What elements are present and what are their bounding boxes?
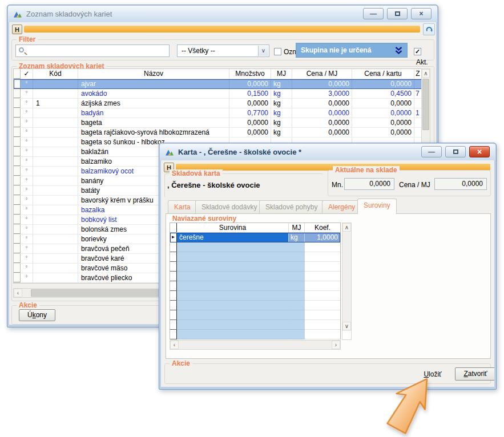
minimize-button[interactable]: — bbox=[421, 146, 442, 157]
refresh-button[interactable] bbox=[423, 23, 435, 35]
col-nazov[interactable]: Názov bbox=[78, 69, 229, 79]
suroviny-group-label: Naviazané suroviny bbox=[170, 215, 239, 222]
minimize-button[interactable]: — bbox=[363, 8, 384, 19]
scroll-up-button[interactable]: ∧ bbox=[342, 223, 351, 232]
table-cell: kg bbox=[271, 99, 292, 108]
col-mnozstvo[interactable]: Množstvo bbox=[229, 69, 271, 79]
table-cell: 0,0000 bbox=[352, 108, 414, 118]
accent-bar bbox=[24, 26, 420, 33]
maximize-button[interactable] bbox=[387, 8, 408, 19]
table-cell bbox=[33, 79, 78, 88]
ukony-label-pre: Ú bbox=[27, 311, 33, 319]
subtable-cell bbox=[170, 262, 177, 272]
tab-suroviny[interactable]: Suroviny bbox=[357, 199, 397, 214]
table-cell bbox=[14, 99, 21, 108]
scroll-down-button[interactable]: ∨ bbox=[342, 322, 351, 330]
subtable-cell bbox=[289, 310, 305, 320]
table-cell: 0,0000 bbox=[229, 79, 271, 88]
close-button[interactable]: × bbox=[469, 146, 490, 157]
col-mj[interactable]: MJ bbox=[271, 69, 292, 79]
scroll-right-button[interactable]: › bbox=[332, 341, 340, 349]
vscroll-thumb[interactable] bbox=[422, 79, 429, 130]
subtable-cell bbox=[170, 252, 177, 262]
table-cell bbox=[14, 234, 21, 244]
subtable-cell bbox=[170, 242, 177, 252]
table-row[interactable]: °1ázijská zmes0,0000kg0,00000,0000 bbox=[14, 99, 430, 108]
subtable-cell bbox=[170, 301, 177, 310]
subtable-cell: 1,0000 bbox=[305, 233, 340, 242]
tab-skladove-dodavky[interactable]: Skladové dodávky bbox=[195, 200, 263, 214]
table-cell: 0,0000 bbox=[229, 128, 271, 137]
table-cell: 0,0000 bbox=[352, 118, 414, 127]
scroll-left-button[interactable]: ‹ bbox=[14, 289, 22, 297]
table-cell bbox=[14, 118, 21, 127]
subtable-cell bbox=[305, 291, 340, 301]
col-check[interactable]: ✓ bbox=[21, 69, 33, 79]
ukony-label-post: ony bbox=[36, 311, 47, 319]
subtable-empty-row bbox=[170, 281, 340, 291]
group-filter-field[interactable]: Skupina nie je určená bbox=[296, 43, 408, 58]
table-cell: ° bbox=[21, 215, 33, 224]
subtable-cell bbox=[170, 281, 177, 291]
cena-mj-input[interactable]: 0,0000 bbox=[434, 178, 487, 190]
tab-alergeny[interactable]: Alergény bbox=[322, 200, 361, 214]
maximize-button[interactable] bbox=[445, 146, 466, 157]
col-selector[interactable] bbox=[170, 223, 177, 232]
subtable-cell bbox=[289, 291, 305, 301]
table-cell: ° bbox=[21, 264, 33, 273]
tab-skladove-pohyby[interactable]: Skladové pohyby bbox=[259, 200, 324, 214]
subtable-vscrollbar[interactable]: ∧ ∨ bbox=[342, 222, 352, 340]
table-cell: kg bbox=[271, 128, 292, 137]
col-surovina[interactable]: Surovina bbox=[177, 223, 289, 232]
subtable-cell bbox=[177, 281, 289, 291]
col-cena-kartu[interactable]: Cena / kartu bbox=[352, 69, 414, 79]
subtable-empty-row bbox=[170, 242, 340, 252]
subtable-cell bbox=[170, 291, 177, 301]
ukony-button[interactable]: Úkony bbox=[19, 309, 55, 321]
close-button[interactable]: × bbox=[411, 8, 432, 19]
table-cell bbox=[14, 128, 21, 137]
table-cell: ° bbox=[21, 167, 33, 176]
table-cell bbox=[14, 89, 21, 98]
scroll-up-button[interactable]: ∧ bbox=[422, 69, 430, 78]
table-cell: ázijská zmes bbox=[78, 99, 229, 108]
akt-checkbox[interactable]: ✓ bbox=[414, 48, 421, 55]
table-cell bbox=[33, 205, 78, 215]
subtable-cell bbox=[289, 320, 305, 330]
subtable-cell bbox=[289, 281, 305, 291]
category-combobox[interactable]: -- Všetky -- ∨ bbox=[177, 44, 269, 57]
tab-karta[interactable]: Karta bbox=[168, 200, 197, 214]
mn-input[interactable]: 0,0000 bbox=[344, 178, 394, 190]
ozn-checkbox[interactable] bbox=[274, 48, 281, 55]
subtable-cell bbox=[177, 320, 289, 330]
col-mj[interactable]: MJ bbox=[289, 223, 305, 232]
table-row[interactable]: °ajvar0,0000kg0,00000,0000 bbox=[14, 79, 430, 89]
table-row[interactable]: °bageta0,0000kg0,00000,0000 bbox=[14, 118, 430, 128]
col-kod[interactable]: Kód bbox=[33, 69, 78, 79]
h-button[interactable]: H bbox=[12, 25, 22, 34]
table-row[interactable]: °badyán0,7700kg0,00000,00001 bbox=[14, 108, 430, 118]
subtable-hscrollbar[interactable]: ‹ › bbox=[170, 340, 341, 350]
suroviny-tab-panel: Naviazané suroviny Surovina MJ Koef. ►če… bbox=[166, 213, 491, 359]
table-cell bbox=[14, 167, 21, 176]
table-row[interactable]: °bageta rajčiakovo-syrová hlbokozmrazená… bbox=[14, 128, 430, 137]
subtable-empty-row bbox=[170, 272, 340, 281]
table-cell: ° bbox=[21, 137, 33, 147]
col-selector[interactable] bbox=[14, 69, 21, 79]
table-cell bbox=[14, 244, 21, 253]
col-koef[interactable]: Koef. bbox=[305, 223, 340, 232]
subtable-row[interactable]: ►čerešnekg1,0000 bbox=[170, 233, 340, 242]
table-cell: kg bbox=[271, 118, 292, 127]
search-input[interactable] bbox=[15, 44, 170, 57]
subtable-empty-row bbox=[170, 320, 340, 330]
col-cena-mj[interactable]: Cena / MJ bbox=[292, 69, 352, 79]
subtable-cell bbox=[177, 252, 289, 262]
table-row[interactable]: °avokádo0,1500kg3,00000,45007 bbox=[14, 89, 430, 99]
subtable-header: Surovina MJ Koef. bbox=[170, 223, 340, 233]
table-cell bbox=[33, 128, 78, 137]
scroll-left-button[interactable]: ‹ bbox=[170, 341, 179, 349]
chevron-down-icon[interactable]: ∨ bbox=[258, 46, 268, 56]
double-chevron-down-icon[interactable] bbox=[395, 47, 402, 55]
window-title: Karta - , Čerešne - školské ovocie * bbox=[178, 148, 301, 156]
table-cell bbox=[14, 157, 21, 166]
